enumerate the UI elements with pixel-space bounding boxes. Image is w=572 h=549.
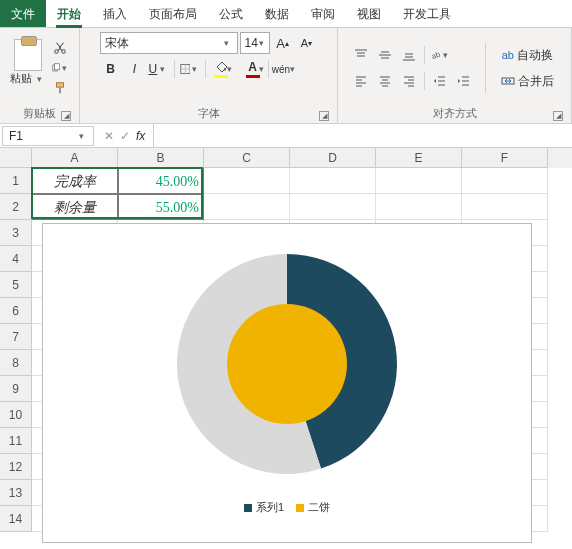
row-header-8[interactable]: 8 <box>0 350 32 376</box>
cell-D2[interactable] <box>290 194 376 220</box>
cells-area[interactable]: 55.00%45.00%剩余量完成率 系列1 二饼 <box>32 168 572 549</box>
clipboard-dialog-launcher[interactable]: ◢ <box>61 111 71 121</box>
increase-font-button[interactable]: A▴ <box>272 32 294 54</box>
align-bottom-button[interactable] <box>398 44 420 66</box>
font-color-button[interactable]: A▾ <box>242 58 264 80</box>
paste-icon <box>14 39 42 71</box>
select-all-corner[interactable] <box>0 148 32 168</box>
tab-formulas[interactable]: 公式 <box>208 0 254 27</box>
name-box[interactable]: F1▾ <box>2 126 94 146</box>
worksheet[interactable]: ABCDEF 1234567891011121314 55.00%45.00%剩… <box>0 148 572 549</box>
svg-rect-3 <box>59 87 61 93</box>
column-headers: ABCDEF <box>32 148 572 168</box>
align-right-icon <box>402 74 416 88</box>
align-center-button[interactable] <box>374 70 396 92</box>
chart-legend: 系列1 二饼 <box>43 500 531 515</box>
cell-F1[interactable] <box>462 168 548 194</box>
svg-point-36 <box>227 304 347 424</box>
decrease-font-button[interactable]: A▾ <box>296 32 318 54</box>
tab-home[interactable]: 开始 <box>46 0 92 27</box>
paste-button[interactable]: 粘贴▾ <box>10 39 46 97</box>
cell-A2[interactable]: 剩余量 <box>32 194 118 220</box>
col-header-A[interactable]: A <box>32 148 118 168</box>
col-header-C[interactable]: C <box>204 148 290 168</box>
tab-view[interactable]: 视图 <box>346 0 392 27</box>
row-header-14[interactable]: 14 <box>0 506 32 532</box>
tab-file[interactable]: 文件 <box>0 0 46 27</box>
merge-icon <box>501 74 515 88</box>
alignment-group-label: 对齐方式 <box>433 107 477 119</box>
row-header-5[interactable]: 5 <box>0 272 32 298</box>
col-header-B[interactable]: B <box>118 148 204 168</box>
cell-D1[interactable] <box>290 168 376 194</box>
row-header-1[interactable]: 1 <box>0 168 32 194</box>
cell-C1[interactable] <box>204 168 290 194</box>
legend-series2: 二饼 <box>308 500 330 515</box>
font-name-combo[interactable]: 宋体▾ <box>100 32 238 54</box>
enter-icon[interactable]: ✓ <box>120 129 130 143</box>
phonetic-button[interactable]: wén▾ <box>273 58 295 80</box>
tab-review[interactable]: 审阅 <box>300 0 346 27</box>
col-header-F[interactable]: F <box>462 148 548 168</box>
row-header-6[interactable]: 6 <box>0 298 32 324</box>
tab-page-layout[interactable]: 页面布局 <box>138 0 208 27</box>
group-clipboard: 粘贴▾ ▾ 剪贴板◢ <box>0 28 80 123</box>
borders-icon <box>180 62 191 76</box>
cell-C2[interactable] <box>204 194 290 220</box>
format-painter-button[interactable] <box>50 79 70 97</box>
paste-label: 粘贴 <box>10 71 32 86</box>
row-header-3[interactable]: 3 <box>0 220 32 246</box>
row-header-4[interactable]: 4 <box>0 246 32 272</box>
row-header-2[interactable]: 2 <box>0 194 32 220</box>
align-middle-button[interactable] <box>374 44 396 66</box>
align-middle-icon <box>378 48 392 62</box>
row-header-10[interactable]: 10 <box>0 402 32 428</box>
borders-button[interactable]: ▾ <box>179 58 201 80</box>
cut-button[interactable] <box>50 39 70 57</box>
cell-B2[interactable]: 55.00% <box>118 194 204 220</box>
row-header-11[interactable]: 11 <box>0 428 32 454</box>
col-header-E[interactable]: E <box>376 148 462 168</box>
row-header-12[interactable]: 12 <box>0 454 32 480</box>
row-header-9[interactable]: 9 <box>0 376 32 402</box>
cell-B1[interactable]: 45.00% <box>118 168 204 194</box>
align-left-icon <box>354 74 368 88</box>
align-left-button[interactable] <box>350 70 372 92</box>
italic-button[interactable]: I <box>124 58 146 80</box>
cell-E2[interactable] <box>376 194 462 220</box>
cell-E1[interactable] <box>376 168 462 194</box>
clipboard-group-label: 剪贴板 <box>23 107 56 119</box>
tab-insert[interactable]: 插入 <box>92 0 138 27</box>
cell-F2[interactable] <box>462 194 548 220</box>
wrap-text-button[interactable]: ab 自动换 <box>496 44 559 66</box>
brush-icon <box>53 81 67 95</box>
col-header-D[interactable]: D <box>290 148 376 168</box>
copy-button[interactable]: ▾ <box>50 59 70 77</box>
font-size-combo[interactable]: 14▾ <box>240 32 270 54</box>
underline-button[interactable]: U▾ <box>148 58 170 80</box>
cell-A1[interactable]: 完成率 <box>32 168 118 194</box>
svg-text:ab: ab <box>430 50 440 61</box>
font-group-label: 字体 <box>198 107 220 119</box>
cancel-icon[interactable]: ✕ <box>104 129 114 143</box>
scissors-icon <box>53 41 67 55</box>
align-top-button[interactable] <box>350 44 372 66</box>
chart-object[interactable]: 系列1 二饼 <box>42 223 532 543</box>
align-right-button[interactable] <box>398 70 420 92</box>
fx-icon[interactable]: fx <box>136 129 145 143</box>
fill-color-button[interactable]: ▾ <box>210 58 232 80</box>
align-top-icon <box>354 48 368 62</box>
font-dialog-launcher[interactable]: ◢ <box>319 111 329 121</box>
orientation-button[interactable]: ab▾ <box>429 44 451 66</box>
alignment-dialog-launcher[interactable]: ◢ <box>553 111 563 121</box>
merge-center-button[interactable]: 合并后 <box>496 70 559 92</box>
row-header-13[interactable]: 13 <box>0 480 32 506</box>
legend-series1: 系列1 <box>256 500 284 515</box>
tab-data[interactable]: 数据 <box>254 0 300 27</box>
increase-indent-button[interactable] <box>453 70 475 92</box>
tab-developer[interactable]: 开发工具 <box>392 0 462 27</box>
formula-bar[interactable] <box>153 124 572 147</box>
bold-button[interactable]: B <box>100 58 122 80</box>
row-header-7[interactable]: 7 <box>0 324 32 350</box>
decrease-indent-button[interactable] <box>429 70 451 92</box>
